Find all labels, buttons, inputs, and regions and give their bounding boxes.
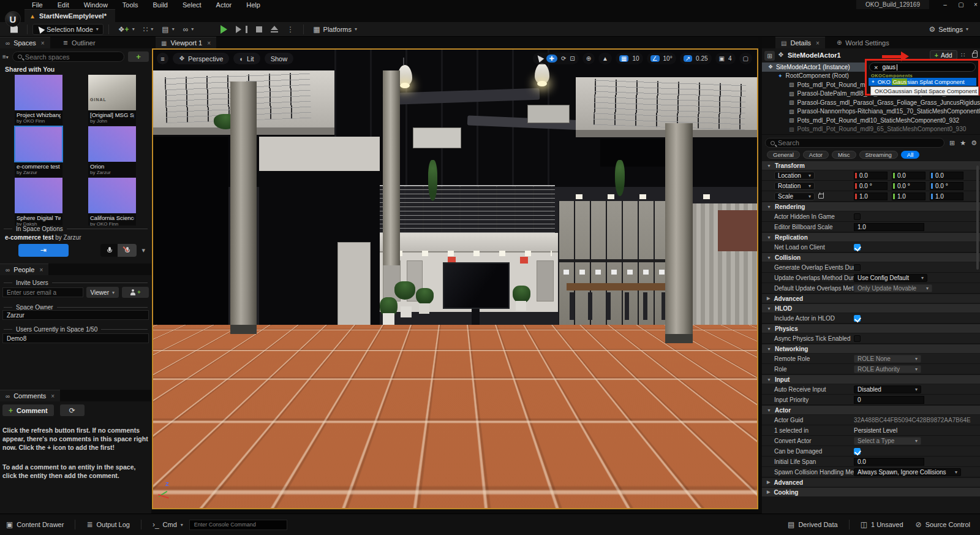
stop-button[interactable] bbox=[252, 24, 266, 35]
frame-skip-button[interactable] bbox=[232, 24, 252, 35]
can-damage-checkbox[interactable] bbox=[854, 448, 861, 455]
tab-people[interactable]: ∞ People × bbox=[0, 264, 48, 275]
rotation-y-field[interactable]: 0.0 ° bbox=[892, 182, 925, 190]
menu-window[interactable]: Window bbox=[77, 1, 115, 9]
dropdown-item-gaussian-splat[interactable]: ✦ OKO Gaussian Splat Component bbox=[869, 78, 976, 86]
scale-z-field[interactable]: 1.0 bbox=[930, 192, 963, 200]
minimize-button[interactable]: – bbox=[938, 0, 952, 9]
console-command-input[interactable]: Enter Console Command bbox=[189, 520, 287, 530]
rotate-tool-icon[interactable]: ⟳ bbox=[561, 55, 566, 62]
level-tab[interactable]: ▲ StartNewEmptylevel* bbox=[24, 9, 115, 22]
blueprints-dropdown[interactable]: ∷▾ bbox=[139, 24, 158, 35]
section-physics[interactable]: ▼Physics bbox=[762, 324, 980, 333]
filter-all[interactable]: All bbox=[901, 151, 920, 159]
section-cooking[interactable]: ▶Cooking bbox=[762, 488, 980, 497]
tab-viewport-1[interactable]: ▦ Viewport 1 × bbox=[156, 37, 216, 48]
space-card[interactable]: Sphere Digital Twinby Daksh bbox=[15, 178, 62, 226]
section-actor-advanced[interactable]: ▶Advanced bbox=[762, 478, 980, 487]
overlap-events-checkbox[interactable] bbox=[854, 264, 861, 271]
space-card[interactable]: California Science...by OKO Finn bbox=[88, 178, 136, 226]
move-tool-icon[interactable]: ✚ bbox=[546, 55, 557, 63]
scale-x-field[interactable]: 1.0 bbox=[854, 192, 888, 200]
lit-dropdown[interactable]: ◐Lit bbox=[233, 53, 260, 64]
maximize-button[interactable]: ▢ bbox=[954, 0, 968, 9]
favorites-icon[interactable]: ★ bbox=[960, 139, 966, 147]
show-dropdown[interactable]: Show bbox=[265, 53, 294, 64]
component-search-input[interactable]: × gaus bbox=[869, 63, 976, 72]
close-icon[interactable]: × bbox=[39, 267, 43, 273]
filter-misc[interactable]: Misc bbox=[832, 151, 856, 159]
section-collision[interactable]: ▼Collision bbox=[762, 253, 980, 262]
invite-email-input[interactable]: Enter user email a bbox=[2, 287, 83, 297]
close-icon[interactable]: × bbox=[51, 393, 55, 400]
tree-row-component[interactable]: ▧Parasol-Grass_mdl_Parasol_Grass_Foliage… bbox=[762, 98, 980, 107]
section-input[interactable]: ▼Input bbox=[762, 375, 980, 384]
menu-actor[interactable]: Actor bbox=[209, 1, 239, 9]
location-x-field[interactable]: 0.0 bbox=[854, 172, 888, 180]
section-replication[interactable]: ▼Replication bbox=[762, 233, 980, 242]
lock-icon[interactable] bbox=[972, 53, 978, 58]
billboard-scale-field[interactable]: 1.0 bbox=[854, 223, 924, 231]
tree-row-component[interactable]: ▧Pots_mdl_Pot_Round_mdl10_StaticMeshComp… bbox=[762, 116, 980, 125]
life-span-field[interactable]: 0.0 bbox=[854, 458, 924, 466]
space-card-selected[interactable]: e-commerce testby Zarzur bbox=[15, 126, 62, 177]
world-space-toggle[interactable]: ⊕ bbox=[582, 53, 595, 64]
details-search-input[interactable]: Search bbox=[765, 138, 944, 148]
space-card[interactable]: Orionby Zarzur bbox=[88, 126, 136, 177]
filter-general[interactable]: General bbox=[767, 151, 800, 159]
unsaved-button[interactable]: ◫ 1 Unsaved bbox=[854, 514, 910, 535]
include-hlod-checkbox[interactable] bbox=[854, 315, 861, 322]
location-dropdown[interactable]: Location▾ bbox=[774, 172, 815, 180]
space-card[interactable]: GINAL [Original] MSG Sph...by John bbox=[88, 75, 136, 126]
scale-dropdown[interactable]: Scale▾ bbox=[774, 192, 815, 200]
net-load-checkbox[interactable] bbox=[854, 244, 861, 251]
mic-muted-button[interactable] bbox=[118, 244, 137, 257]
enter-space-button[interactable]: ⇥ bbox=[18, 244, 69, 257]
actor-hidden-checkbox[interactable] bbox=[854, 213, 861, 220]
unreal-logo[interactable]: U bbox=[5, 11, 21, 27]
spaces-search-input[interactable]: Search spaces bbox=[12, 51, 124, 62]
section-hlod[interactable]: ▼HLOD bbox=[762, 304, 980, 313]
expand-sidebar-button[interactable]: ⊞ bbox=[764, 51, 775, 61]
close-icon[interactable]: × bbox=[816, 40, 820, 47]
eject-button[interactable] bbox=[266, 24, 282, 35]
blueprint-icon[interactable]: ∷ bbox=[961, 51, 965, 58]
close-button[interactable]: × bbox=[969, 0, 980, 9]
clear-search-icon[interactable]: × bbox=[874, 64, 878, 71]
maximize-viewport-button[interactable]: ▢ bbox=[739, 53, 752, 64]
tab-outliner[interactable]: ≣ Outliner bbox=[58, 37, 101, 48]
space-card[interactable]: Project Whizbangby OKO Finn bbox=[15, 75, 62, 126]
rotation-dropdown[interactable]: Rotation▾ bbox=[774, 182, 815, 190]
section-networking[interactable]: ▼Networking bbox=[762, 344, 980, 354]
add-component-button[interactable]: + Add bbox=[930, 50, 957, 59]
scale-lock-icon[interactable] bbox=[818, 194, 824, 199]
content-drawer-button[interactable]: ▣ Content Drawer bbox=[0, 514, 70, 535]
add-actor-dropdown[interactable]: ❖+▾ bbox=[114, 24, 139, 35]
sequencer-link-dropdown[interactable]: ∞▾ bbox=[179, 24, 198, 35]
role-dropdown[interactable]: Viewer▾ bbox=[86, 287, 119, 298]
rotation-snap-control[interactable]: ∠10° bbox=[647, 53, 676, 64]
add-comment-button[interactable]: +Comment bbox=[2, 404, 54, 416]
update-overlaps-dropdown[interactable]: Use Config Default▾ bbox=[854, 274, 927, 282]
grid-snap-control[interactable]: ▦10 bbox=[616, 53, 643, 64]
invite-user-button[interactable]: + bbox=[122, 287, 149, 298]
scale-snap-control[interactable]: ↗0.25 bbox=[680, 53, 712, 64]
rotation-x-field[interactable]: 0.0 ° bbox=[854, 182, 888, 190]
menu-tools[interactable]: Tools bbox=[115, 1, 146, 9]
tab-world-settings[interactable]: ⊕ World Settings bbox=[831, 37, 895, 48]
close-icon[interactable]: × bbox=[41, 40, 45, 47]
menu-select[interactable]: Select bbox=[175, 1, 209, 9]
settings-dropdown[interactable]: ⚙ Settings ▾ bbox=[924, 24, 973, 35]
section-rendering[interactable]: ▼Rendering bbox=[762, 202, 980, 211]
section-actor[interactable]: ▼Actor bbox=[762, 406, 980, 415]
viewport-options-menu[interactable]: ≡ bbox=[157, 53, 168, 64]
location-y-field[interactable]: 0.0 bbox=[892, 172, 925, 180]
section-transform[interactable]: ▼Transform bbox=[762, 161, 980, 170]
remote-role-dropdown[interactable]: ROLE None▾ bbox=[854, 355, 921, 363]
close-icon[interactable]: × bbox=[207, 40, 211, 47]
platforms-dropdown[interactable]: ▦ Platforms ▾ bbox=[309, 24, 361, 35]
tab-comments[interactable]: ∞ Comments × bbox=[0, 390, 60, 401]
filter-actor[interactable]: Actor bbox=[803, 151, 829, 159]
derived-data-button[interactable]: ▤ Derived Data bbox=[782, 514, 844, 535]
camera-speed-control[interactable]: ▣4 bbox=[715, 53, 736, 64]
